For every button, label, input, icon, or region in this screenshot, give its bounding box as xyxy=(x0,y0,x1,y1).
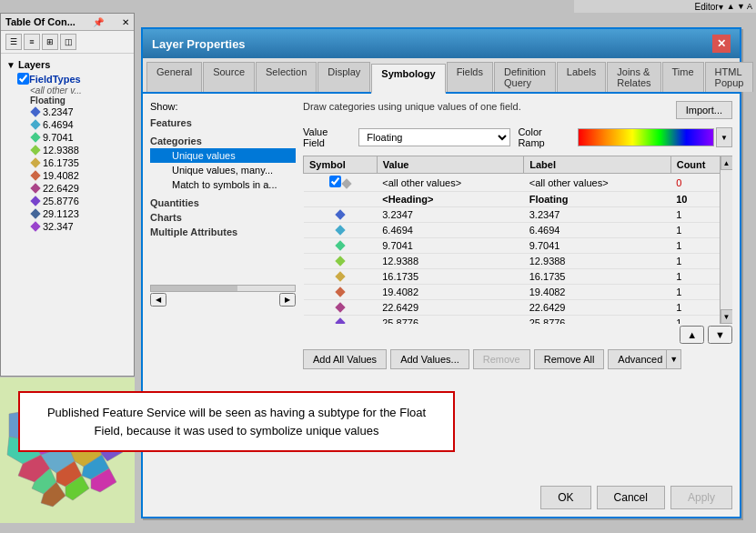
toc-layer-name[interactable]: FieldTypes xyxy=(29,74,81,85)
value-cell: 22.6429 xyxy=(377,300,523,316)
toc-btn-4[interactable]: ◫ xyxy=(60,34,76,50)
unique-values-many-item[interactable]: Unique values, many... xyxy=(150,163,296,177)
tab-html-popup[interactable]: HTML Popup xyxy=(705,62,754,92)
toc-pin-icon[interactable]: 📌 xyxy=(93,17,104,27)
color-ramp-container: ▼ xyxy=(578,127,732,147)
symbol-diamond xyxy=(335,317,345,324)
toc-value-label: 19.4082 xyxy=(43,170,79,181)
label-cell: Floating xyxy=(524,192,670,207)
ramp-dropdown-btn[interactable]: ▼ xyxy=(716,127,732,147)
scroll-right-btn[interactable]: ▶ xyxy=(279,293,296,307)
apply-button[interactable]: Apply xyxy=(670,486,732,509)
remove-btn[interactable]: Remove xyxy=(473,349,530,369)
remove-all-btn[interactable]: Remove All xyxy=(534,349,605,369)
toc-value-item[interactable]: 29.1123 xyxy=(3,207,132,220)
tab-general[interactable]: General xyxy=(146,62,202,92)
toc-diamond-icon xyxy=(30,132,40,142)
toc-layers-header[interactable]: ▼ Layers xyxy=(3,57,132,72)
symbol-diamond xyxy=(335,302,345,312)
add-values-btn[interactable]: Add Values... xyxy=(390,349,469,369)
table-row[interactable]: <all other values><all other values>0 xyxy=(304,174,732,192)
toc-close-icon[interactable]: ✕ xyxy=(122,17,129,27)
symbol-cell xyxy=(304,192,378,207)
cancel-button[interactable]: Cancel xyxy=(597,486,665,509)
ok-button[interactable]: OK xyxy=(540,486,590,509)
multiple-section: Multiple Attributes xyxy=(150,225,296,239)
tab-labels[interactable]: Labels xyxy=(557,62,606,92)
toc-titlebar: Table Of Con... 📌 ✕ xyxy=(1,14,134,31)
tab-definition-query[interactable]: Definition Query xyxy=(494,62,556,92)
toc-all-other: <all other v... xyxy=(3,85,132,96)
quantities-section: Quantities xyxy=(150,196,296,210)
toc-value-item[interactable]: 19.4082 xyxy=(3,169,132,182)
th-label: Label xyxy=(524,156,670,174)
toc-value-label: 22.6429 xyxy=(43,183,79,194)
scroll-left-btn[interactable]: ◀ xyxy=(150,293,166,307)
nav-down-btn[interactable]: ▼ xyxy=(708,326,732,344)
dialog-close-button[interactable]: ✕ xyxy=(712,35,731,53)
symbol-cell xyxy=(304,300,378,316)
table-row[interactable]: <Heading>Floating10 xyxy=(304,192,732,207)
scrollbar-down-btn[interactable]: ▼ xyxy=(721,309,733,324)
value-cell: 16.1735 xyxy=(377,269,523,285)
advanced-dropdown-btn[interactable]: ▼ xyxy=(667,349,681,369)
row-checkbox[interactable] xyxy=(329,176,341,187)
tab-time[interactable]: Time xyxy=(662,62,704,92)
categories-section: Categories xyxy=(150,134,296,148)
symbol-diamond xyxy=(335,209,345,219)
toc-btn-3[interactable]: ⊞ xyxy=(42,34,58,50)
toc-value-item[interactable]: 32.347 xyxy=(3,220,132,233)
layer-checkbox[interactable] xyxy=(17,73,29,85)
advanced-btn[interactable]: Advanced xyxy=(608,349,667,369)
tab-symbology[interactable]: Symbology xyxy=(371,64,445,94)
symbol-diamond xyxy=(335,287,345,297)
table-row[interactable]: 19.408219.40821 xyxy=(304,285,732,300)
toc-value-item[interactable]: 6.4694 xyxy=(3,118,132,131)
tab-fields[interactable]: Fields xyxy=(447,62,493,92)
toc-value-label: 6.4694 xyxy=(43,119,74,130)
charts-section: Charts xyxy=(150,210,296,225)
features-scrollbar[interactable] xyxy=(150,285,296,292)
table-row[interactable]: 12.938812.93881 xyxy=(304,254,732,269)
scrollbar-up-btn[interactable]: ▲ xyxy=(721,156,733,170)
value-cell: <all other values> xyxy=(377,174,523,192)
toc-value-item[interactable]: 25.8776 xyxy=(3,195,132,207)
table-row[interactable]: 9.70419.70411 xyxy=(304,238,732,254)
add-all-values-btn[interactable]: Add All Values xyxy=(303,349,387,369)
values-table-wrapper: Symbol Value Label Count <all other valu… xyxy=(303,156,732,324)
toc-value-item[interactable]: 22.6429 xyxy=(3,182,132,195)
color-ramp-label: Color Ramp xyxy=(518,126,570,148)
unique-values-item[interactable]: Unique values xyxy=(150,148,296,163)
tab-display[interactable]: Display xyxy=(318,62,370,92)
toc-diamond-icon xyxy=(30,106,40,116)
symbol-cell xyxy=(304,223,378,238)
toc-btn-1[interactable]: ☰ xyxy=(5,34,22,50)
value-field-select[interactable]: Floating xyxy=(358,128,510,146)
tab-selection[interactable]: Selection xyxy=(256,62,317,92)
toc-value-item[interactable]: 12.9388 xyxy=(3,144,132,156)
toc-value-item[interactable]: 3.2347 xyxy=(3,106,132,118)
table-row[interactable]: 16.173516.17351 xyxy=(304,269,732,285)
nav-up-btn[interactable]: ▲ xyxy=(680,326,704,344)
color-ramp-bar[interactable] xyxy=(578,128,714,146)
toc-value-label: 25.8776 xyxy=(43,196,79,206)
toc-value-item[interactable]: 16.1735 xyxy=(3,156,132,169)
toc-btn-2[interactable]: ≡ xyxy=(24,34,40,50)
table-header-row: Symbol Value Label Count xyxy=(304,156,732,174)
label-cell: 9.7041 xyxy=(524,238,670,254)
table-row[interactable]: 25.877625.87761 xyxy=(304,316,732,325)
toc-diamond-icon xyxy=(30,119,40,129)
import-button[interactable]: Import... xyxy=(676,101,732,119)
tab-source[interactable]: Source xyxy=(203,62,255,92)
toc-layer-item[interactable]: FieldTypes xyxy=(3,72,132,85)
scrollbar-track xyxy=(721,170,732,309)
toc-value-item[interactable]: 9.7041 xyxy=(3,131,132,144)
match-symbols-item[interactable]: Match to symbols in a... xyxy=(150,177,296,192)
tab-joins-&-relates[interactable]: Joins & Relates xyxy=(607,62,660,92)
table-buttons: Add All Values Add Values... Remove Remo… xyxy=(303,349,732,369)
symbol-cell xyxy=(304,316,378,325)
table-row[interactable]: 6.46946.46941 xyxy=(304,223,732,238)
editor-label[interactable]: Editor▾ xyxy=(695,2,723,12)
table-row[interactable]: 3.23473.23471 xyxy=(304,207,732,223)
table-row[interactable]: 22.642922.64291 xyxy=(304,300,732,316)
